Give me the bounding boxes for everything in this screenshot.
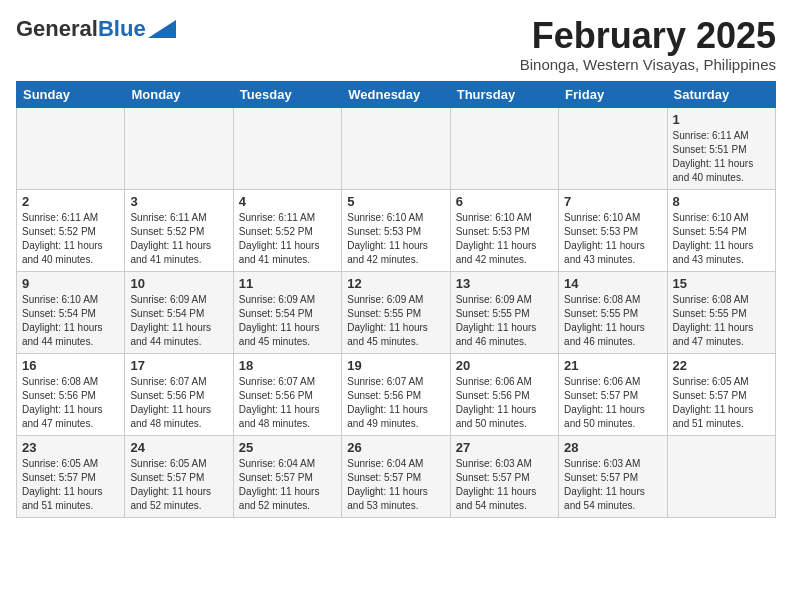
calendar-week-row: 16Sunrise: 6:08 AM Sunset: 5:56 PM Dayli… [17, 353, 776, 435]
day-info: Sunrise: 6:05 AM Sunset: 5:57 PM Dayligh… [130, 457, 227, 513]
calendar-cell: 10Sunrise: 6:09 AM Sunset: 5:54 PM Dayli… [125, 271, 233, 353]
day-number: 17 [130, 358, 227, 373]
day-info: Sunrise: 6:08 AM Sunset: 5:55 PM Dayligh… [673, 293, 770, 349]
logo-general: General [16, 16, 98, 42]
calendar-cell: 27Sunrise: 6:03 AM Sunset: 5:57 PM Dayli… [450, 435, 558, 517]
location: Binonga, Western Visayas, Philippines [520, 56, 776, 73]
calendar-table: SundayMondayTuesdayWednesdayThursdayFrid… [16, 81, 776, 518]
calendar-cell: 25Sunrise: 6:04 AM Sunset: 5:57 PM Dayli… [233, 435, 341, 517]
day-info: Sunrise: 6:10 AM Sunset: 5:53 PM Dayligh… [564, 211, 661, 267]
day-info: Sunrise: 6:09 AM Sunset: 5:55 PM Dayligh… [347, 293, 444, 349]
calendar-cell [450, 107, 558, 189]
day-number: 23 [22, 440, 119, 455]
calendar-cell: 5Sunrise: 6:10 AM Sunset: 5:53 PM Daylig… [342, 189, 450, 271]
day-number: 7 [564, 194, 661, 209]
column-header-thursday: Thursday [450, 81, 558, 107]
calendar-cell: 1Sunrise: 6:11 AM Sunset: 5:51 PM Daylig… [667, 107, 775, 189]
calendar-cell: 15Sunrise: 6:08 AM Sunset: 5:55 PM Dayli… [667, 271, 775, 353]
day-number: 2 [22, 194, 119, 209]
page-header: General Blue February 2025 Binonga, West… [16, 16, 776, 73]
calendar-header-row: SundayMondayTuesdayWednesdayThursdayFrid… [17, 81, 776, 107]
day-number: 12 [347, 276, 444, 291]
day-number: 27 [456, 440, 553, 455]
svg-marker-0 [148, 20, 176, 38]
calendar-cell: 9Sunrise: 6:10 AM Sunset: 5:54 PM Daylig… [17, 271, 125, 353]
calendar-cell: 12Sunrise: 6:09 AM Sunset: 5:55 PM Dayli… [342, 271, 450, 353]
day-number: 13 [456, 276, 553, 291]
day-number: 28 [564, 440, 661, 455]
day-info: Sunrise: 6:11 AM Sunset: 5:51 PM Dayligh… [673, 129, 770, 185]
day-info: Sunrise: 6:06 AM Sunset: 5:57 PM Dayligh… [564, 375, 661, 431]
calendar-cell: 18Sunrise: 6:07 AM Sunset: 5:56 PM Dayli… [233, 353, 341, 435]
logo: General Blue [16, 16, 176, 42]
day-number: 11 [239, 276, 336, 291]
column-header-wednesday: Wednesday [342, 81, 450, 107]
calendar-cell: 28Sunrise: 6:03 AM Sunset: 5:57 PM Dayli… [559, 435, 667, 517]
column-header-friday: Friday [559, 81, 667, 107]
day-info: Sunrise: 6:06 AM Sunset: 5:56 PM Dayligh… [456, 375, 553, 431]
day-info: Sunrise: 6:10 AM Sunset: 5:53 PM Dayligh… [347, 211, 444, 267]
day-number: 5 [347, 194, 444, 209]
day-info: Sunrise: 6:04 AM Sunset: 5:57 PM Dayligh… [347, 457, 444, 513]
day-number: 25 [239, 440, 336, 455]
day-info: Sunrise: 6:05 AM Sunset: 5:57 PM Dayligh… [22, 457, 119, 513]
day-info: Sunrise: 6:11 AM Sunset: 5:52 PM Dayligh… [130, 211, 227, 267]
day-number: 21 [564, 358, 661, 373]
calendar-cell: 11Sunrise: 6:09 AM Sunset: 5:54 PM Dayli… [233, 271, 341, 353]
calendar-cell: 3Sunrise: 6:11 AM Sunset: 5:52 PM Daylig… [125, 189, 233, 271]
calendar-cell [342, 107, 450, 189]
day-info: Sunrise: 6:09 AM Sunset: 5:54 PM Dayligh… [130, 293, 227, 349]
calendar-cell: 2Sunrise: 6:11 AM Sunset: 5:52 PM Daylig… [17, 189, 125, 271]
calendar-cell: 4Sunrise: 6:11 AM Sunset: 5:52 PM Daylig… [233, 189, 341, 271]
day-info: Sunrise: 6:11 AM Sunset: 5:52 PM Dayligh… [22, 211, 119, 267]
day-info: Sunrise: 6:04 AM Sunset: 5:57 PM Dayligh… [239, 457, 336, 513]
day-number: 8 [673, 194, 770, 209]
calendar-week-row: 2Sunrise: 6:11 AM Sunset: 5:52 PM Daylig… [17, 189, 776, 271]
day-number: 15 [673, 276, 770, 291]
day-number: 14 [564, 276, 661, 291]
day-info: Sunrise: 6:03 AM Sunset: 5:57 PM Dayligh… [564, 457, 661, 513]
calendar-cell: 7Sunrise: 6:10 AM Sunset: 5:53 PM Daylig… [559, 189, 667, 271]
day-info: Sunrise: 6:10 AM Sunset: 5:54 PM Dayligh… [673, 211, 770, 267]
day-number: 24 [130, 440, 227, 455]
calendar-cell: 8Sunrise: 6:10 AM Sunset: 5:54 PM Daylig… [667, 189, 775, 271]
day-number: 26 [347, 440, 444, 455]
calendar-week-row: 9Sunrise: 6:10 AM Sunset: 5:54 PM Daylig… [17, 271, 776, 353]
month-year: February 2025 [520, 16, 776, 56]
day-info: Sunrise: 6:11 AM Sunset: 5:52 PM Dayligh… [239, 211, 336, 267]
title-block: February 2025 Binonga, Western Visayas, … [520, 16, 776, 73]
calendar-cell: 19Sunrise: 6:07 AM Sunset: 5:56 PM Dayli… [342, 353, 450, 435]
day-number: 6 [456, 194, 553, 209]
day-info: Sunrise: 6:10 AM Sunset: 5:53 PM Dayligh… [456, 211, 553, 267]
calendar-cell: 24Sunrise: 6:05 AM Sunset: 5:57 PM Dayli… [125, 435, 233, 517]
calendar-cell [233, 107, 341, 189]
calendar-cell: 22Sunrise: 6:05 AM Sunset: 5:57 PM Dayli… [667, 353, 775, 435]
calendar-cell: 16Sunrise: 6:08 AM Sunset: 5:56 PM Dayli… [17, 353, 125, 435]
day-info: Sunrise: 6:07 AM Sunset: 5:56 PM Dayligh… [347, 375, 444, 431]
logo-blue: Blue [98, 16, 146, 42]
day-info: Sunrise: 6:08 AM Sunset: 5:56 PM Dayligh… [22, 375, 119, 431]
day-info: Sunrise: 6:09 AM Sunset: 5:54 PM Dayligh… [239, 293, 336, 349]
day-number: 19 [347, 358, 444, 373]
day-info: Sunrise: 6:07 AM Sunset: 5:56 PM Dayligh… [239, 375, 336, 431]
day-info: Sunrise: 6:10 AM Sunset: 5:54 PM Dayligh… [22, 293, 119, 349]
day-number: 1 [673, 112, 770, 127]
column-header-sunday: Sunday [17, 81, 125, 107]
day-number: 22 [673, 358, 770, 373]
calendar-week-row: 1Sunrise: 6:11 AM Sunset: 5:51 PM Daylig… [17, 107, 776, 189]
calendar-cell: 17Sunrise: 6:07 AM Sunset: 5:56 PM Dayli… [125, 353, 233, 435]
calendar-cell: 6Sunrise: 6:10 AM Sunset: 5:53 PM Daylig… [450, 189, 558, 271]
day-number: 10 [130, 276, 227, 291]
calendar-cell: 23Sunrise: 6:05 AM Sunset: 5:57 PM Dayli… [17, 435, 125, 517]
day-number: 4 [239, 194, 336, 209]
day-info: Sunrise: 6:03 AM Sunset: 5:57 PM Dayligh… [456, 457, 553, 513]
column-header-monday: Monday [125, 81, 233, 107]
day-number: 16 [22, 358, 119, 373]
day-info: Sunrise: 6:07 AM Sunset: 5:56 PM Dayligh… [130, 375, 227, 431]
calendar-cell: 26Sunrise: 6:04 AM Sunset: 5:57 PM Dayli… [342, 435, 450, 517]
calendar-cell: 20Sunrise: 6:06 AM Sunset: 5:56 PM Dayli… [450, 353, 558, 435]
day-info: Sunrise: 6:08 AM Sunset: 5:55 PM Dayligh… [564, 293, 661, 349]
calendar-cell [125, 107, 233, 189]
calendar-cell: 21Sunrise: 6:06 AM Sunset: 5:57 PM Dayli… [559, 353, 667, 435]
day-number: 9 [22, 276, 119, 291]
